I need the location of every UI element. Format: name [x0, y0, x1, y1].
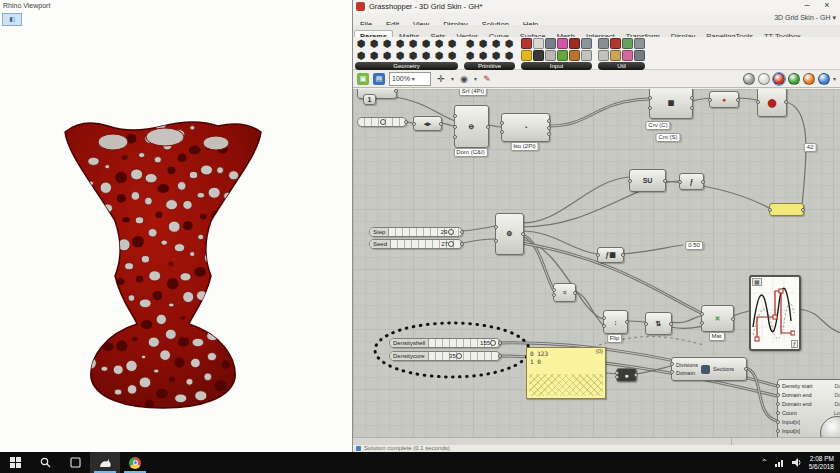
component-icon[interactable]: [533, 50, 544, 61]
slider-handle[interactable]: [448, 241, 454, 247]
node-mini[interactable]: 1: [363, 94, 376, 105]
component-icon[interactable]: [545, 38, 556, 49]
document-selector[interactable]: 3D Grid Skin - GH ▾: [774, 14, 836, 22]
input-port[interactable]: [776, 393, 780, 397]
component-icon[interactable]: [634, 50, 645, 61]
chrome-taskbar-icon[interactable]: [120, 452, 150, 473]
output-port[interactable]: [486, 125, 490, 129]
open-file-icon[interactable]: ▣: [357, 73, 369, 85]
slider-handle[interactable]: [380, 119, 386, 125]
slider-handle[interactable]: [456, 353, 462, 359]
minimize-button[interactable]: –: [800, 0, 814, 10]
input-port[interactable]: [494, 225, 498, 229]
component-icon[interactable]: ⬢: [477, 51, 489, 61]
component-icon[interactable]: [598, 50, 609, 61]
sections-component[interactable]: DivisionsDomain Sections: [671, 357, 747, 381]
input-port[interactable]: [768, 208, 772, 212]
slider-output-port[interactable]: [460, 230, 464, 234]
speaker-icon[interactable]: [792, 458, 802, 467]
input-port[interactable]: [648, 106, 652, 110]
ribbon-group-label[interactable]: Util: [598, 62, 645, 70]
grasshopper-canvas[interactable]: 1◂▸⊖Dom (C&I)◔Iso (2Pt)▦●●SUƒ⚙ƒ▦≡↕Flip⇅✕…: [353, 89, 840, 437]
component-icon[interactable]: ⬢: [420, 39, 432, 49]
slider-densityshell[interactable]: Densityshell155: [389, 338, 501, 348]
zoom-level-select[interactable]: 100% ▾: [389, 72, 431, 86]
input-port[interactable]: [453, 114, 457, 118]
component-icon[interactable]: ⬢: [381, 39, 393, 49]
viewport-tab[interactable]: ◧: [2, 13, 22, 26]
input-port[interactable]: [648, 96, 652, 100]
output-port[interactable]: [621, 253, 625, 257]
component-icon[interactable]: ⬢: [368, 51, 380, 61]
slider-densitycore[interactable]: Densitycore35: [389, 351, 501, 361]
network-icon[interactable]: [775, 458, 785, 467]
slider-track[interactable]: 35: [429, 352, 500, 360]
slider-output-port[interactable]: [498, 341, 502, 345]
output-port[interactable]: [784, 100, 788, 104]
input-port[interactable]: [453, 125, 457, 129]
node-f-small[interactable]: ƒ: [679, 173, 704, 190]
node-populate[interactable]: ▦: [649, 89, 693, 119]
node-reverse[interactable]: ◂▸: [413, 116, 442, 131]
component-icon[interactable]: [610, 50, 621, 61]
node-listitem[interactable]: ⇅: [645, 312, 672, 335]
input-port[interactable]: [644, 322, 648, 326]
node-main[interactable]: ⚙: [495, 213, 524, 255]
component-icon[interactable]: ⬢: [407, 51, 419, 61]
rhino-viewport[interactable]: Rhino Viewport ◧: [0, 0, 352, 452]
component-icon[interactable]: [581, 38, 592, 49]
component-icon[interactable]: ⬢: [420, 51, 432, 61]
display-mode-icon-3[interactable]: [788, 73, 800, 85]
component-icon[interactable]: ⬢: [368, 39, 380, 49]
node-ball[interactable]: ●: [709, 91, 739, 108]
slider-track[interactable]: 29: [389, 228, 462, 236]
component-icon[interactable]: [622, 38, 633, 49]
input-port[interactable]: [776, 429, 780, 433]
component-icon[interactable]: [521, 50, 532, 61]
output-port[interactable]: [736, 98, 740, 102]
input-port[interactable]: [615, 375, 619, 379]
slider-seed[interactable]: Seed27: [369, 239, 463, 249]
input-port[interactable]: [602, 324, 606, 328]
start-button[interactable]: [0, 452, 30, 473]
component-icon[interactable]: ⬢: [446, 39, 458, 49]
slider-handle[interactable]: [448, 229, 454, 235]
component-icon[interactable]: [598, 38, 609, 49]
output-port[interactable]: [625, 320, 629, 324]
display-mode-icon-4[interactable]: [803, 73, 815, 85]
graph-func-badge[interactable]: ƒ: [791, 340, 798, 348]
component-icon[interactable]: ⬢: [503, 39, 515, 49]
output-port[interactable]: [731, 317, 735, 321]
component-icon[interactable]: ⬢: [464, 51, 476, 61]
input-port[interactable]: [494, 239, 498, 243]
annotation-ellipse[interactable]: [375, 323, 529, 377]
input-port[interactable]: [776, 420, 780, 424]
slider-bare[interactable]: [357, 117, 407, 127]
component-icon[interactable]: ⬢: [490, 39, 502, 49]
component-icon[interactable]: ⬢: [477, 39, 489, 49]
input-port[interactable]: [500, 130, 504, 134]
ribbon-group-label[interactable]: Input: [521, 62, 592, 70]
input-port[interactable]: [412, 122, 416, 126]
output-port[interactable]: [690, 106, 694, 110]
pan-caret-icon[interactable]: ▾: [451, 75, 454, 82]
cluster-component[interactable]: Density startDomDomain endDomDomain endD…: [777, 379, 840, 437]
output-port[interactable]: [521, 232, 525, 236]
input-port[interactable]: [500, 121, 504, 125]
graph-type-badge[interactable]: ▦: [752, 278, 762, 286]
component-icon[interactable]: ⬢: [394, 39, 406, 49]
slider-output-port[interactable]: [460, 242, 464, 246]
input-port[interactable]: [776, 402, 780, 406]
input-port[interactable]: [552, 293, 556, 297]
component-icon[interactable]: ⬢: [355, 39, 367, 49]
input-port[interactable]: [552, 288, 556, 292]
save-file-icon[interactable]: ▤: [373, 73, 385, 85]
close-button[interactable]: ×: [820, 0, 834, 10]
title-bar[interactable]: Grasshopper - 3D Grid Skin - GH* – ×: [353, 0, 840, 13]
panel-component[interactable]: {0} 0 1231 0: [526, 347, 606, 399]
component-icon[interactable]: [545, 50, 556, 61]
output-port[interactable]: [439, 122, 443, 126]
output-port[interactable]: [701, 180, 705, 184]
input-port[interactable]: [700, 312, 704, 316]
component-icon[interactable]: [634, 38, 645, 49]
